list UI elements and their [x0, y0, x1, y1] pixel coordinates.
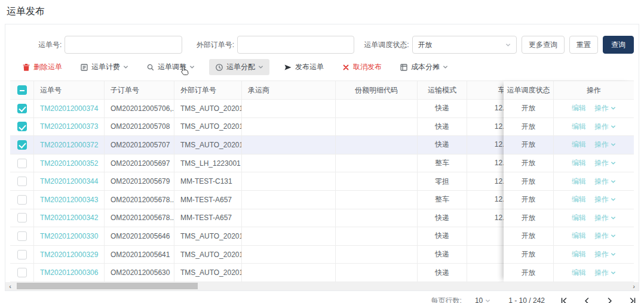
last-page-button[interactable]: [629, 298, 636, 303]
edit-link[interactable]: 编辑: [572, 213, 586, 223]
edit-link[interactable]: 编辑: [572, 122, 586, 132]
waybill-link[interactable]: TM202012000352: [34, 154, 105, 173]
waybill-link[interactable]: TM202012000342: [34, 209, 105, 228]
waybill-no-label: 运单号:: [38, 40, 62, 50]
trash-icon: [22, 63, 30, 72]
row-action-dropdown[interactable]: 操作: [594, 140, 616, 150]
share-detail-cell: [336, 136, 418, 154]
waybill-link[interactable]: TM202012000329: [34, 246, 105, 264]
share-detail-cell: [336, 191, 418, 209]
table-row-fixed: 开放编辑操作: [504, 136, 634, 154]
row-action-dropdown[interactable]: 操作: [594, 122, 616, 132]
external-order-cell: MM-TEST-A657: [174, 209, 242, 228]
actions-cell: 编辑操作: [554, 264, 634, 282]
actions-cell: 编辑操作: [554, 136, 634, 154]
sub-order-cell: OM202012005679: [105, 172, 174, 191]
next-page-button[interactable]: [606, 298, 613, 303]
waybill-link[interactable]: TM202012000372: [34, 136, 105, 154]
cancel-publish-button[interactable]: 取消发布: [338, 59, 385, 75]
edit-link[interactable]: 编辑: [572, 177, 586, 187]
sub-order-cell: OM202012005646: [105, 227, 174, 246]
edit-link[interactable]: 编辑: [572, 231, 586, 241]
search-button[interactable]: 查询: [603, 36, 634, 54]
waybill-link[interactable]: TM202012000373: [34, 118, 105, 137]
carrier-cell: [242, 118, 336, 137]
next-page-icon: [606, 298, 613, 303]
table-row-fixed: 开放编辑操作: [504, 172, 634, 191]
chevron-down-icon: [611, 197, 616, 202]
scroll-right-arrow[interactable]: ›: [629, 282, 639, 290]
carrier-cell: [242, 136, 336, 154]
cost-allocation-button[interactable]: 成本分摊: [396, 59, 452, 75]
row-action-dropdown[interactable]: 操作: [594, 103, 616, 113]
column-header: 份额明细代码: [336, 81, 418, 100]
row-checkbox-cell: [10, 191, 34, 209]
external-order-input[interactable]: [237, 36, 354, 54]
row-checkbox[interactable]: [17, 250, 27, 259]
waybill-no-input[interactable]: [65, 36, 182, 54]
table-row-fixed: 开放编辑操作: [504, 227, 634, 246]
waybill-link[interactable]: TM202012000344: [34, 172, 105, 191]
waybill-link[interactable]: TM202012000306: [34, 264, 105, 282]
edit-link[interactable]: 编辑: [572, 158, 586, 168]
rows-per-page-select[interactable]: 10: [475, 296, 490, 303]
transport-mode-cell: 快递: [418, 100, 467, 118]
row-action-dropdown[interactable]: 操作: [594, 177, 616, 187]
row-checkbox[interactable]: [17, 268, 27, 277]
row-action-dropdown[interactable]: 操作: [594, 268, 616, 278]
more-query-button[interactable]: 更多查询: [522, 36, 565, 54]
table-header-fixed: 运单调度状态 操作: [504, 81, 634, 100]
waybill-billing-button[interactable]: 运单计费: [76, 59, 132, 75]
transport-mode-cell: 快递: [418, 227, 467, 246]
dispatch-status-cell: 开放: [504, 246, 554, 264]
row-checkbox[interactable]: [17, 177, 27, 186]
clock-icon: [215, 63, 223, 72]
actions-cell: 编辑操作: [554, 154, 634, 173]
reset-button[interactable]: 重置: [569, 36, 598, 54]
waybill-link[interactable]: TM202012000374: [34, 100, 105, 118]
chevron-down-icon: [123, 64, 128, 70]
share-detail-cell: [336, 246, 418, 264]
dispatch-status-select[interactable]: 开放: [412, 36, 517, 54]
transport-mode-cell: 零担: [418, 172, 467, 191]
transport-mode-cell: 快递: [418, 246, 467, 264]
row-checkbox[interactable]: [17, 195, 27, 205]
scroll-left-arrow[interactable]: ‹: [5, 282, 15, 290]
close-icon: [342, 63, 350, 72]
row-action-dropdown[interactable]: 操作: [594, 231, 616, 241]
edit-link[interactable]: 编辑: [572, 194, 586, 205]
actions-cell: 编辑操作: [554, 172, 634, 191]
row-checkbox[interactable]: [17, 140, 27, 150]
horizontal-scrollbar[interactable]: ‹ ›: [5, 282, 639, 290]
waybill-link[interactable]: TM202012000343: [34, 191, 105, 209]
row-checkbox-cell: [10, 246, 34, 264]
first-page-button[interactable]: [561, 298, 568, 303]
row-checkbox[interactable]: [17, 104, 27, 113]
actions-cell: 编辑操作: [554, 100, 634, 118]
waybill-adjust-button[interactable]: 运单调整: [143, 59, 198, 75]
row-checkbox[interactable]: [17, 122, 27, 131]
publish-waybill-button[interactable]: 发布运单: [280, 59, 327, 75]
external-order-label: 外部订单号:: [197, 40, 234, 50]
row-action-dropdown[interactable]: 操作: [594, 194, 616, 205]
scrollbar-thumb[interactable]: [17, 283, 198, 289]
prev-page-button[interactable]: [584, 298, 590, 303]
row-checkbox[interactable]: [17, 231, 27, 241]
edit-link[interactable]: 编辑: [572, 268, 586, 278]
delete-waybill-button[interactable]: 删除运单: [19, 59, 66, 75]
edit-link[interactable]: 编辑: [572, 249, 586, 259]
scrollbar-track[interactable]: [15, 282, 629, 290]
toolbar-item-label: 运单调整: [158, 62, 186, 72]
transport-mode-cell: 快递: [418, 118, 467, 137]
row-checkbox[interactable]: [17, 213, 27, 222]
select-all-checkbox[interactable]: [17, 85, 27, 95]
row-action-dropdown[interactable]: 操作: [594, 213, 616, 223]
edit-link[interactable]: 编辑: [572, 140, 586, 150]
row-checkbox[interactable]: [17, 159, 27, 168]
waybill-allocate-button[interactable]: 运单分配: [209, 59, 269, 75]
row-action-dropdown[interactable]: 操作: [594, 249, 616, 259]
row-action-dropdown[interactable]: 操作: [594, 158, 616, 168]
waybill-link[interactable]: TM202012000330: [34, 227, 105, 246]
edit-link[interactable]: 编辑: [572, 103, 586, 113]
pagination-bar: 每页行数: 10 1 - 10 / 242: [0, 291, 644, 303]
